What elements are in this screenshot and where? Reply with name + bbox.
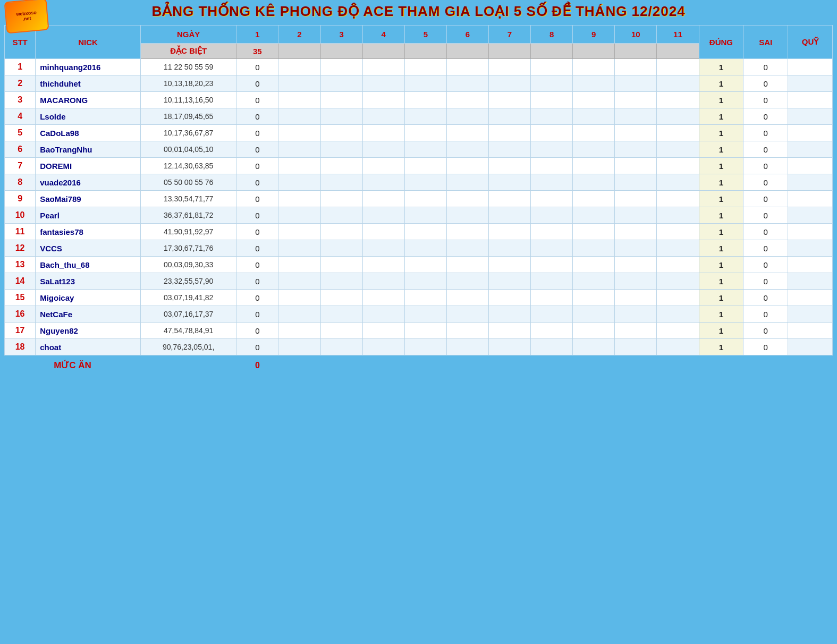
td-col9 bbox=[573, 75, 615, 92]
td-col8 bbox=[531, 339, 573, 355]
th-col9: 9 bbox=[573, 26, 615, 44]
td-nick: SaoMai789 bbox=[36, 191, 141, 207]
th-col4: 4 bbox=[362, 26, 404, 44]
td-quy bbox=[788, 224, 833, 240]
td-col1: 0 bbox=[236, 290, 278, 306]
td-ngay: 23,32,55,57,90 bbox=[140, 273, 236, 290]
td-col6 bbox=[446, 257, 488, 273]
td-col2 bbox=[278, 240, 320, 257]
td-col6 bbox=[446, 240, 488, 257]
td-col1: 0 bbox=[236, 108, 278, 125]
td-col5 bbox=[404, 59, 446, 75]
td-col9 bbox=[573, 59, 615, 75]
td-col5 bbox=[404, 108, 446, 125]
td-col10 bbox=[615, 191, 657, 207]
td-col6 bbox=[446, 141, 488, 158]
td-db11 bbox=[657, 44, 699, 59]
td-col7 bbox=[488, 306, 530, 323]
td-nick: thichduhet bbox=[36, 75, 141, 92]
td-col6 bbox=[446, 207, 488, 224]
th-dung: ĐÚNG bbox=[699, 26, 743, 59]
td-col4 bbox=[362, 141, 404, 158]
td-dung: 1 bbox=[699, 191, 743, 207]
td-col7 bbox=[488, 158, 530, 174]
table-row: 16NetCaFe03,07,16,17,37010 bbox=[5, 306, 833, 323]
td-nick: choat bbox=[36, 339, 141, 355]
td-col3 bbox=[320, 240, 362, 257]
td-col6 bbox=[446, 75, 488, 92]
td-ngay: 10,11,13,16,50 bbox=[140, 92, 236, 108]
td-col8 bbox=[531, 257, 573, 273]
td-col11 bbox=[657, 224, 699, 240]
td-db6 bbox=[446, 44, 488, 59]
td-stt: 13 bbox=[5, 257, 36, 273]
td-quy bbox=[788, 92, 833, 108]
td-col11 bbox=[657, 323, 699, 339]
td-col3 bbox=[320, 273, 362, 290]
td-col10 bbox=[615, 174, 657, 191]
td-sai: 0 bbox=[743, 306, 788, 323]
td-quy bbox=[788, 306, 833, 323]
td-col9 bbox=[573, 158, 615, 174]
td-dung: 1 bbox=[699, 257, 743, 273]
th-sai: SAI bbox=[743, 26, 788, 59]
td-col7 bbox=[488, 207, 530, 224]
td-col3 bbox=[320, 158, 362, 174]
td-col10 bbox=[615, 257, 657, 273]
td-dung: 1 bbox=[699, 92, 743, 108]
td-col8 bbox=[531, 75, 573, 92]
td-col5 bbox=[404, 75, 446, 92]
td-col9 bbox=[573, 191, 615, 207]
td-col3 bbox=[320, 224, 362, 240]
footer-value: 0 bbox=[236, 355, 278, 376]
td-col10 bbox=[615, 75, 657, 92]
td-col1: 0 bbox=[236, 141, 278, 158]
td-sai: 0 bbox=[743, 59, 788, 75]
td-stt: 12 bbox=[5, 240, 36, 257]
td-col1: 0 bbox=[236, 75, 278, 92]
footer-label: MỨC ĂN bbox=[5, 355, 141, 376]
td-quy bbox=[788, 290, 833, 306]
td-col4 bbox=[362, 158, 404, 174]
td-ngay: 13,30,54,71,77 bbox=[140, 191, 236, 207]
td-col1: 0 bbox=[236, 191, 278, 207]
td-nick: BaoTrangNhu bbox=[36, 141, 141, 158]
th-col1: 1 bbox=[236, 26, 278, 44]
td-col1: 0 bbox=[236, 273, 278, 290]
footer-empty1 bbox=[140, 355, 236, 376]
td-stt: 10 bbox=[5, 207, 36, 224]
td-nick: Lsolde bbox=[36, 108, 141, 125]
td-col6 bbox=[446, 306, 488, 323]
td-col7 bbox=[488, 191, 530, 207]
td-col7 bbox=[488, 339, 530, 355]
td-col3 bbox=[320, 191, 362, 207]
td-ngay: 11 22 50 55 59 bbox=[140, 59, 236, 75]
td-stt: 7 bbox=[5, 158, 36, 174]
td-col8 bbox=[531, 141, 573, 158]
td-col7 bbox=[488, 323, 530, 339]
td-col10 bbox=[615, 207, 657, 224]
td-col2 bbox=[278, 290, 320, 306]
th-col11: 11 bbox=[657, 26, 699, 44]
td-quy bbox=[788, 240, 833, 257]
td-stt: 18 bbox=[5, 339, 36, 355]
td-col5 bbox=[404, 323, 446, 339]
td-col2 bbox=[278, 75, 320, 92]
td-col11 bbox=[657, 75, 699, 92]
td-ngay: 00,01,04,05,10 bbox=[140, 141, 236, 158]
td-col2 bbox=[278, 125, 320, 141]
td-col11 bbox=[657, 257, 699, 273]
td-stt: 15 bbox=[5, 290, 36, 306]
td-sai: 0 bbox=[743, 92, 788, 108]
td-ngay: 36,37,61,81,72 bbox=[140, 207, 236, 224]
td-col1: 0 bbox=[236, 224, 278, 240]
td-ngay: 03,07,16,17,37 bbox=[140, 306, 236, 323]
footer-row: MỨC ĂN 0 bbox=[5, 355, 833, 376]
td-col4 bbox=[362, 174, 404, 191]
td-sai: 0 bbox=[743, 323, 788, 339]
td-nick: Nguyen82 bbox=[36, 323, 141, 339]
table-row: 9SaoMai78913,30,54,71,77010 bbox=[5, 191, 833, 207]
td-col8 bbox=[531, 158, 573, 174]
td-col5 bbox=[404, 125, 446, 141]
td-col3 bbox=[320, 125, 362, 141]
